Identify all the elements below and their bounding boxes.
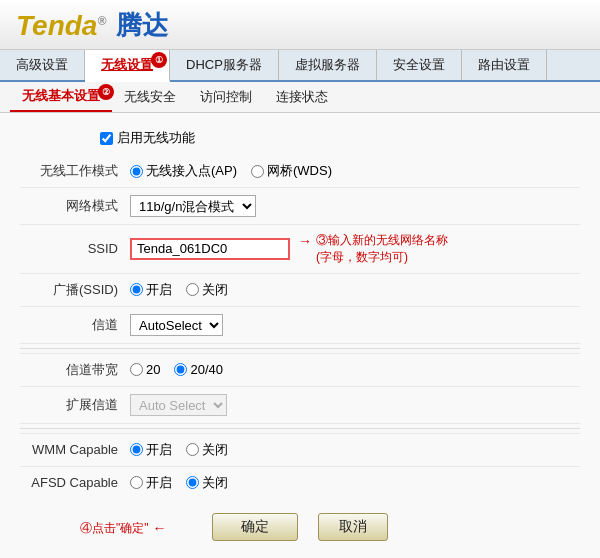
ext-channel-select: Auto Select [130,394,227,416]
broadcast-label: 广播(SSID) [20,273,130,306]
main-nav: 高级设置 无线设置 ① DHCP服务器 虚拟服务器 安全设置 路由设置 [0,50,600,82]
bandwidth-2040-label[interactable]: 20/40 [174,362,223,377]
enable-wifi-label[interactable]: 启用无线功能 [117,129,195,147]
settings-form: 无线工作模式 无线接入点(AP) 网桥(WDS) 网络模式 [20,155,580,499]
ssid-container: → ③输入新的无线网络名称 (字母，数字均可) [130,232,580,266]
ssid-hint: → ③输入新的无线网络名称 (字母，数字均可) [298,232,448,266]
ssid-hint-arrow: → [298,232,312,250]
broadcast-on-radio[interactable] [130,283,143,296]
network-mode-row: 网络模式 11b/g/n混合模式 [20,188,580,225]
sub-nav: 无线基本设置 ② 无线安全 访问控制 连接状态 [0,82,600,113]
broadcast-value: 开启 关闭 [130,273,580,306]
ssid-hint-text: ③输入新的无线网络名称 (字母，数字均可) [316,232,448,266]
afsd-off-radio[interactable] [186,476,199,489]
sub-nav-access[interactable]: 访问控制 [188,83,264,111]
spacer-row [20,343,580,353]
nav-item-virtual[interactable]: 虚拟服务器 [279,50,377,80]
afsd-value: 开启 关闭 [130,466,580,499]
work-mode-value: 无线接入点(AP) 网桥(WDS) [130,155,580,188]
channel-value: AutoSelect [130,306,580,343]
ssid-value: → ③输入新的无线网络名称 (字母，数字均可) [130,225,580,274]
wmm-off-radio[interactable] [186,443,199,456]
bandwidth-20-label[interactable]: 20 [130,362,160,377]
broadcast-row: 广播(SSID) 开启 关闭 [20,273,580,306]
channel-row: 信道 AutoSelect [20,306,580,343]
network-mode-value: 11b/g/n混合模式 [130,188,580,225]
wmm-off-label[interactable]: 关闭 [186,441,228,459]
work-mode-radio-group: 无线接入点(AP) 网桥(WDS) [130,162,580,180]
ext-channel-container: Auto Select [130,394,580,416]
afsd-radio-group: 开启 关闭 [130,474,580,492]
wmm-value: 开启 关闭 [130,433,580,466]
sub-nav-status[interactable]: 连接状态 [264,83,340,111]
wmm-row: WMM Capable 开启 关闭 [20,433,580,466]
confirm-hint: ④点击"确定" ← [80,520,167,537]
work-mode-wds-label[interactable]: 网桥(WDS) [251,162,332,180]
afsd-off-label[interactable]: 关闭 [186,474,228,492]
wmm-radio-group: 开启 关闭 [130,441,580,459]
bandwidth-radio-group: 20 20/40 [130,362,580,377]
bandwidth-20-radio[interactable] [130,363,143,376]
nav-item-wireless[interactable]: 无线设置 ① [85,50,170,82]
afsd-label: AFSD Capable [20,466,130,499]
sub-nav-security[interactable]: 无线安全 [112,83,188,111]
afsd-on-label[interactable]: 开启 [130,474,172,492]
logo-chinese: 腾达 [116,8,168,43]
work-mode-ap-radio[interactable] [130,165,143,178]
nav-item-routing[interactable]: 路由设置 [462,50,547,80]
broadcast-off-radio[interactable] [186,283,199,296]
spacer-row-2 [20,423,580,433]
work-mode-label: 无线工作模式 [20,155,130,188]
bandwidth-value: 20 20/40 [130,353,580,386]
wmm-on-radio[interactable] [130,443,143,456]
confirm-button[interactable]: 确定 [212,513,298,541]
ext-channel-label: 扩展信道 [20,386,130,423]
enable-row: 启用无线功能 [20,123,580,155]
afsd-on-radio[interactable] [130,476,143,489]
logo-tenda: Tenda® [16,10,106,42]
channel-label: 信道 [20,306,130,343]
hint-arrow-icon: ← [153,520,167,536]
work-mode-wds-radio[interactable] [251,165,264,178]
button-row: ④点击"确定" ← 确定 取消 [20,501,580,551]
broadcast-radio-group: 开启 关闭 [130,281,580,299]
broadcast-on-label[interactable]: 开启 [130,281,172,299]
ext-channel-row: 扩展信道 Auto Select [20,386,580,423]
nav-item-dhcp[interactable]: DHCP服务器 [170,50,279,80]
ssid-row: SSID → ③输入新的无线网络名称 (字母，数字均可) [20,225,580,274]
nav-annotation-1: ① [151,52,167,68]
content: 启用无线功能 无线工作模式 无线接入点(AP) 网桥(WDS) [0,113,600,558]
afsd-row: AFSD Capable 开启 关闭 [20,466,580,499]
enable-wifi-checkbox[interactable] [100,132,113,145]
network-mode-select[interactable]: 11b/g/n混合模式 [130,195,256,217]
ssid-label: SSID [20,225,130,274]
network-mode-label: 网络模式 [20,188,130,225]
sub-nav-basic[interactable]: 无线基本设置 ② [10,82,112,112]
ssid-input[interactable] [130,238,290,260]
header: Tenda® 腾达 [0,0,600,50]
channel-select[interactable]: AutoSelect [130,314,223,336]
nav-item-advanced[interactable]: 高级设置 [0,50,85,80]
work-mode-row: 无线工作模式 无线接入点(AP) 网桥(WDS) [20,155,580,188]
wmm-label: WMM Capable [20,433,130,466]
bandwidth-2040-radio[interactable] [174,363,187,376]
ext-channel-value: Auto Select [130,386,580,423]
bandwidth-row: 信道带宽 20 20/40 [20,353,580,386]
broadcast-off-label[interactable]: 关闭 [186,281,228,299]
bandwidth-label: 信道带宽 [20,353,130,386]
wmm-on-label[interactable]: 开启 [130,441,172,459]
cancel-button[interactable]: 取消 [318,513,388,541]
nav-item-security[interactable]: 安全设置 [377,50,462,80]
work-mode-ap-label[interactable]: 无线接入点(AP) [130,162,237,180]
